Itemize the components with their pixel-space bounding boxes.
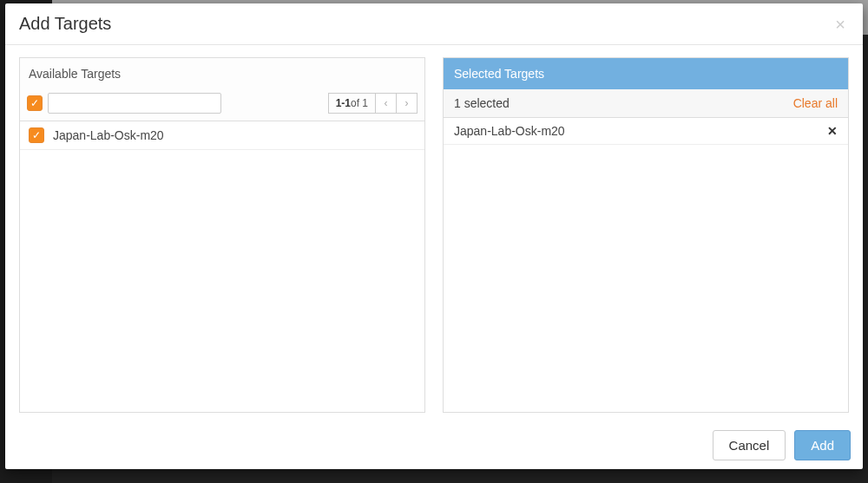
page-info: 1-1 of 1 (328, 93, 376, 114)
cancel-button[interactable]: Cancel (713, 430, 786, 460)
prev-page-button[interactable]: ‹ (376, 93, 397, 114)
selected-targets-header: Selected Targets (444, 58, 848, 89)
available-targets-panel: Available Targets ✓ 1-1 of 1 ‹ › (19, 57, 425, 413)
selected-target-row: Japan-Lab-Osk-m20 ✕ (444, 118, 848, 145)
available-targets-header: Available Targets (20, 58, 424, 88)
next-page-button[interactable]: › (397, 93, 418, 114)
modal-body: Available Targets ✓ 1-1 of 1 ‹ › (5, 45, 863, 421)
modal-footer: Cancel Add (5, 421, 863, 469)
modal-overlay: Add Targets × Available Targets ✓ 1-1 of… (0, 0, 868, 483)
page-of: of 1 (351, 97, 368, 109)
remove-selected-icon[interactable]: ✕ (827, 124, 838, 138)
target-checkbox[interactable]: ✓ (29, 127, 44, 143)
available-target-row[interactable]: ✓ Japan-Lab-Osk-m20 (20, 121, 424, 150)
selected-target-name: Japan-Lab-Osk-m20 (454, 124, 565, 138)
available-search-input[interactable] (48, 93, 221, 114)
page-range: 1-1 (336, 97, 351, 109)
selected-count: 1 selected (454, 96, 510, 110)
pager: 1-1 of 1 ‹ › (328, 93, 418, 114)
selected-subheader: 1 selected Clear all (444, 89, 848, 118)
add-button[interactable]: Add (794, 430, 851, 460)
available-toolbar: ✓ 1-1 of 1 ‹ › (20, 88, 424, 121)
chevron-right-icon: › (405, 97, 409, 109)
selected-targets-panel: Selected Targets 1 selected Clear all Ja… (443, 57, 849, 413)
chevron-left-icon: ‹ (385, 97, 388, 109)
available-target-name: Japan-Lab-Osk-m20 (53, 128, 164, 142)
modal-header: Add Targets × (5, 3, 863, 45)
add-targets-modal: Add Targets × Available Targets ✓ 1-1 of… (5, 3, 863, 469)
select-all-checkbox[interactable]: ✓ (27, 95, 43, 111)
close-icon[interactable]: × (832, 16, 849, 33)
clear-all-button[interactable]: Clear all (793, 96, 838, 110)
modal-title: Add Targets (19, 14, 111, 34)
